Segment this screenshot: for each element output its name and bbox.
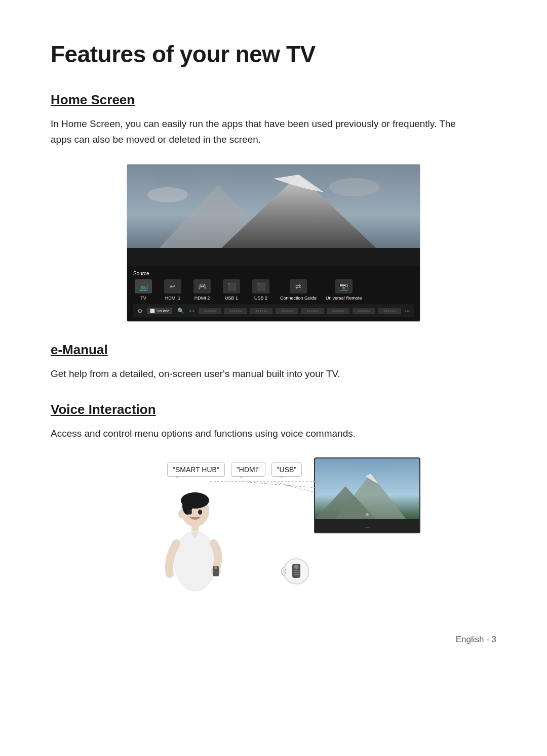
home-screen-text: In Home Screen, you can easily run the a… xyxy=(51,116,466,148)
home-screen-image: Source 📺 TV ↩ HDMI 1 🎮 HDMI 2 ⬛ USB 1 xyxy=(127,164,420,322)
home-icon-hdmi2: 🎮 HDMI 2 xyxy=(192,279,212,301)
voice-interaction-image: "SMART HUB" "HDMI" "USB" xyxy=(127,457,420,604)
source-btn-label: Source xyxy=(157,309,169,313)
home-icon-connection: ⇄ Connection Guide xyxy=(280,279,317,301)
tv-background xyxy=(127,164,420,266)
voice-tv-screen xyxy=(315,458,419,519)
home-bar: Source 📺 TV ↩ HDMI 1 🎮 HDMI 2 ⬛ USB 1 xyxy=(127,266,420,321)
bubble-hdmi: "HDMI" xyxy=(231,463,265,477)
nav-dots xyxy=(189,310,194,312)
gear-icon: ⚙ xyxy=(137,308,143,315)
app-slot-8 xyxy=(378,308,401,314)
usb2-label: USB 2 xyxy=(254,296,267,301)
svg-point-22 xyxy=(178,510,183,518)
dot-2 xyxy=(192,310,194,312)
bubble-smart-hub: "SMART HUB" xyxy=(167,463,225,477)
home-screen-section: Home Screen In Home Screen, you can easi… xyxy=(51,92,496,322)
svg-point-21 xyxy=(198,510,202,515)
svg-point-15 xyxy=(174,531,216,592)
search-icon: 🔍 xyxy=(177,308,184,314)
dot-1 xyxy=(189,310,191,312)
hdmi2-label: HDMI 2 xyxy=(194,296,210,301)
tv-stand: ▬ xyxy=(315,519,419,533)
home-screen-heading: Home Screen xyxy=(51,92,496,108)
connection-label: Connection Guide xyxy=(280,296,317,301)
voice-bubbles: "SMART HUB" "HDMI" "USB" xyxy=(167,463,302,477)
home-icon-usb1: ⬛ USB 1 xyxy=(221,279,242,301)
hdmi1-icon: ↩ xyxy=(164,279,181,293)
svg-point-5 xyxy=(147,187,188,202)
app-slot-2 xyxy=(224,308,247,314)
svg-rect-27 xyxy=(294,572,299,573)
svg-rect-4 xyxy=(127,248,420,266)
usb1-label: USB 1 xyxy=(225,296,238,301)
app-slots xyxy=(199,308,401,314)
tv-icon: 📺 xyxy=(135,279,152,293)
e-manual-section: e-Manual Get help from a detailed, on-sc… xyxy=(51,342,496,382)
home-icon-tv: 📺 TV xyxy=(133,279,153,301)
svg-point-25 xyxy=(294,565,298,569)
usb1-icon: ⬛ xyxy=(223,279,240,293)
universal-label: Universal Remote xyxy=(326,296,362,301)
source-button: ⬜ Source xyxy=(147,308,172,314)
page-title: Features of your new TV xyxy=(51,40,496,68)
home-icon-universal: 📷 Universal Remote xyxy=(326,279,362,301)
voice-interaction-section: Voice Interaction Access and control men… xyxy=(51,402,496,604)
tv-camera-dot xyxy=(366,513,369,516)
e-manual-heading: e-Manual xyxy=(51,342,496,358)
app-slot-6 xyxy=(327,308,350,314)
svg-line-31 xyxy=(243,482,317,488)
home-nav-bar: ⚙ ⬜ Source 🔍 xyxy=(133,305,414,317)
svg-point-20 xyxy=(188,510,192,515)
hdmi2-icon: 🎮 xyxy=(193,279,211,293)
more-icon: ••• xyxy=(405,309,410,314)
bubble-usb: "USB" xyxy=(271,463,302,477)
svg-line-32 xyxy=(274,482,317,493)
e-manual-text: Get help from a detailed, on-screen user… xyxy=(51,366,466,382)
app-slot-3 xyxy=(250,308,273,314)
connection-icon: ⇄ xyxy=(290,279,307,293)
svg-rect-26 xyxy=(294,570,299,571)
voice-image-inner: "SMART HUB" "HDMI" "USB" xyxy=(127,457,420,604)
tv-label: TV xyxy=(140,296,146,301)
app-slot-7 xyxy=(353,308,375,314)
svg-point-19 xyxy=(214,566,217,569)
voice-interaction-heading: Voice Interaction xyxy=(51,402,496,417)
home-icon-hdmi1: ↩ HDMI 1 xyxy=(163,279,183,301)
voice-interaction-text: Access and control menu options and func… xyxy=(51,426,466,441)
svg-rect-28 xyxy=(294,574,299,575)
app-slot-5 xyxy=(301,308,324,314)
usb2-icon: ⬛ xyxy=(252,279,269,293)
person-illustration xyxy=(157,488,238,604)
page-number: English - 3 xyxy=(51,635,496,645)
source-btn-icon: ⬜ xyxy=(150,309,155,313)
app-slot-4 xyxy=(276,308,298,314)
app-slot-1 xyxy=(199,308,221,314)
home-icons-row: 📺 TV ↩ HDMI 1 🎮 HDMI 2 ⬛ USB 1 ⬛ USB xyxy=(133,279,414,301)
home-icon-usb2: ⬛ USB 2 xyxy=(251,279,271,301)
universal-icon: 📷 xyxy=(335,279,353,293)
remote-illustration xyxy=(268,538,309,589)
svg-point-6 xyxy=(329,178,380,196)
hdmi1-label: HDMI 1 xyxy=(165,296,181,301)
voice-tv: ▬ xyxy=(314,457,420,533)
source-label: Source xyxy=(133,271,414,276)
